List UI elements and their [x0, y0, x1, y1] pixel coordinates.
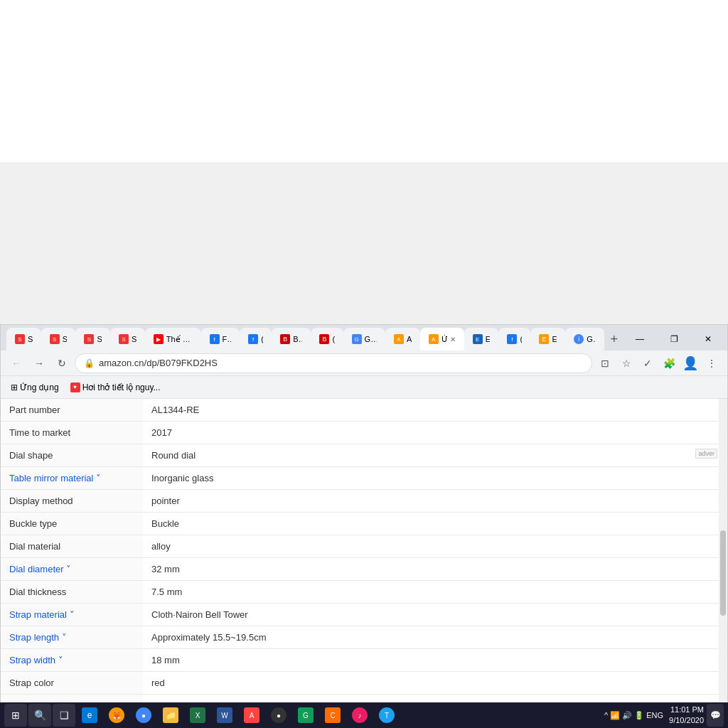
- search-button[interactable]: 🔍: [28, 704, 51, 727]
- page-above-fold: [0, 0, 728, 162]
- chrome-icon: ●: [136, 707, 151, 723]
- tab-4[interactable]: S S: [110, 328, 145, 350]
- tab-favicon-8: B: [280, 334, 290, 344]
- tab-favicon-11: A: [394, 334, 404, 344]
- refresh-button[interactable]: ↻: [52, 353, 72, 373]
- spec-label-3[interactable]: Table mirror material ˅: [1, 467, 143, 490]
- spec-value-4: pointer: [143, 490, 727, 513]
- tab-favicon-5: ▶: [154, 334, 164, 344]
- taskbar-app-app1[interactable]: A: [239, 702, 264, 728]
- tab-10[interactable]: G G A: [343, 328, 385, 350]
- nav-actions: ⊡ ☆ ✓ 🧩 👤 ⋮: [595, 353, 722, 373]
- minimize-button[interactable]: —: [623, 328, 656, 350]
- verified-button[interactable]: ✓: [638, 353, 658, 373]
- tab-favicon-16: i: [574, 334, 584, 344]
- back-button[interactable]: ←: [6, 353, 26, 373]
- profile-button[interactable]: 👤: [680, 353, 700, 373]
- scrollbar[interactable]: [719, 399, 727, 728]
- battery-icon: 🔋: [634, 711, 644, 720]
- apps-bookmark[interactable]: ⊞ Ứng dụng: [6, 380, 63, 395]
- tab-1[interactable]: S S: [6, 328, 41, 350]
- tab-favicon-12: A: [429, 334, 439, 344]
- taskbar-clock[interactable]: 11:01 PM 9/10/2020: [669, 705, 704, 727]
- news-favicon: ♥: [70, 382, 80, 392]
- volume-icon[interactable]: 🔊: [622, 711, 632, 720]
- spec-label-11[interactable]: Strap width ˅: [1, 649, 143, 672]
- browser-window: S S S S S S S S ▶ Thể h... f F (: [0, 324, 728, 728]
- taskbar-app-app6[interactable]: T: [374, 702, 400, 728]
- app4-icon: C: [325, 707, 341, 723]
- taskbar-app-app5[interactable]: ♪: [347, 702, 373, 728]
- tab-9[interactable]: B (: [311, 328, 343, 350]
- taskbar-date-value: 9/10/2020: [669, 715, 704, 726]
- spec-label-5: Buckle type: [1, 513, 143, 535]
- spec-value-7: 32 mm: [143, 558, 727, 581]
- taskbar-app-files[interactable]: 📁: [158, 702, 183, 728]
- tab-favicon-9: B: [319, 334, 329, 344]
- apps-label: Ứng dụng: [20, 382, 59, 392]
- spec-row-6: Dial materialalloy: [1, 535, 727, 558]
- tab-13[interactable]: E E: [464, 328, 499, 350]
- tab-close-12[interactable]: ✕: [450, 336, 456, 343]
- tab-16[interactable]: i G i: [565, 328, 604, 350]
- taskbar-app-app4[interactable]: C: [320, 702, 346, 728]
- tab-14[interactable]: f (: [498, 328, 530, 350]
- tab-favicon-13: E: [473, 334, 483, 344]
- extensions-button[interactable]: 🧩: [659, 353, 679, 373]
- forward-button[interactable]: →: [29, 353, 49, 373]
- spec-row-12: Strap colorred: [1, 672, 727, 695]
- spec-row-9: Strap material ˅Cloth·Nairon Bell Tower: [1, 604, 727, 626]
- language-label: ENG: [646, 711, 663, 719]
- scrollbar-thumb[interactable]: [720, 530, 726, 616]
- tab-7[interactable]: f (: [240, 328, 272, 350]
- tab-12-active[interactable]: A Ứ ✕: [420, 328, 464, 350]
- spec-label-4: Display method: [1, 490, 143, 513]
- tab-label-6: F (: [223, 335, 232, 343]
- chevron-icon[interactable]: ^: [604, 711, 608, 719]
- spec-value-11: 18 mm: [143, 649, 727, 672]
- taskbar-app-app3[interactable]: G: [293, 702, 318, 728]
- spec-label-9[interactable]: Strap material ˅: [1, 604, 143, 626]
- tab-label-5: Thể h...: [166, 335, 193, 344]
- tab-label-4: S: [132, 335, 136, 343]
- spec-label-10[interactable]: Strap length ˅: [1, 626, 143, 649]
- start-button[interactable]: ⊞: [4, 704, 27, 727]
- tab-2[interactable]: S S: [41, 328, 76, 350]
- bookmark-star-button[interactable]: ☆: [616, 353, 636, 373]
- close-button[interactable]: ✕: [692, 328, 724, 350]
- spec-table: Part numberAL1344-RETime to market2017Di…: [1, 399, 727, 728]
- task-view-button[interactable]: ❑: [53, 704, 75, 727]
- tab-6[interactable]: f F (: [201, 328, 240, 350]
- address-bar[interactable]: 🔒 amazon.cn/dp/B079FKD2HS: [75, 353, 592, 373]
- spec-label-0: Part number: [1, 399, 143, 422]
- tab-11[interactable]: A A: [385, 328, 420, 350]
- tab-label-13: E: [486, 335, 491, 343]
- tab-3[interactable]: S S: [75, 328, 110, 350]
- tab-8[interactable]: B B (: [272, 328, 311, 350]
- tab-label-14: (: [520, 335, 522, 343]
- news-bookmark[interactable]: ♥ Hơi thở tiết lộ nguy...: [66, 380, 165, 395]
- taskbar-app-firefox[interactable]: 🦊: [104, 702, 129, 728]
- maximize-button[interactable]: ❐: [658, 328, 690, 350]
- tab-bar: S S S S S S S S ▶ Thể h... f F (: [1, 325, 727, 350]
- taskbar-app-word[interactable]: W: [212, 702, 237, 728]
- translate-button[interactable]: ⊡: [595, 353, 615, 373]
- tab-label-15: E: [552, 335, 557, 343]
- tab-label-9: (: [332, 335, 334, 343]
- new-tab-button[interactable]: +: [604, 328, 623, 350]
- taskbar-app-chrome[interactable]: ●: [131, 702, 156, 728]
- spec-label-8: Dial thickness: [1, 581, 143, 604]
- taskbar-app-app2[interactable]: ●: [266, 702, 291, 728]
- notification-button[interactable]: 💬: [707, 704, 724, 727]
- spec-value-3: Inorganic glass: [143, 467, 727, 490]
- menu-button[interactable]: ⋮: [702, 353, 722, 373]
- tab-favicon-1: S: [15, 334, 25, 344]
- tab-15[interactable]: E E: [530, 328, 565, 350]
- taskbar-app-edge[interactable]: e: [77, 702, 102, 728]
- apps-icon: ⊞: [11, 382, 18, 392]
- taskbar-app-excel[interactable]: X: [185, 702, 210, 728]
- app2-icon: ●: [271, 707, 287, 723]
- taskbar-right: ^ 📶 🔊 🔋 ENG 11:01 PM 9/10/2020 💬: [604, 704, 724, 727]
- spec-label-7[interactable]: Dial diameter ˅: [1, 558, 143, 581]
- tab-5[interactable]: ▶ Thể h...: [145, 328, 201, 350]
